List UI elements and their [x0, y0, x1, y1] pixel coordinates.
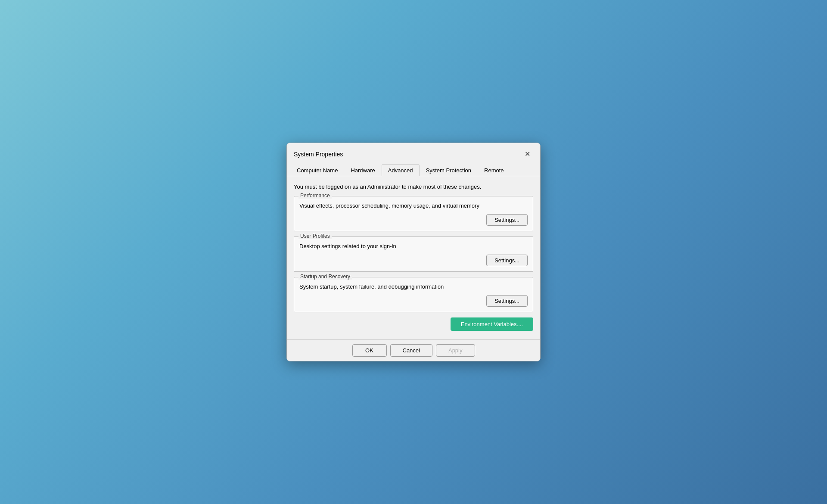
performance-section-title: Performance: [298, 193, 332, 199]
system-properties-dialog: System Properties ✕ Computer Name Hardwa…: [286, 143, 541, 361]
startup-recovery-description: System startup, system failure, and debu…: [299, 283, 528, 290]
title-bar: System Properties ✕: [287, 143, 540, 160]
admin-notice: You must be logged on as an Administrato…: [294, 183, 533, 191]
performance-btn-row: Settings...: [299, 214, 528, 226]
tab-system-protection[interactable]: System Protection: [420, 164, 478, 176]
startup-recovery-section-title: Startup and Recovery: [298, 274, 352, 280]
env-variables-row: Environment Variables....: [294, 317, 533, 331]
tab-content: You must be logged on as an Administrato…: [287, 176, 540, 339]
user-profiles-description: Desktop settings related to your sign-in: [299, 243, 528, 249]
tab-bar: Computer Name Hardware Advanced System P…: [287, 160, 540, 176]
tab-hardware[interactable]: Hardware: [344, 164, 381, 176]
environment-variables-button[interactable]: Environment Variables....: [451, 317, 533, 331]
close-button[interactable]: ✕: [521, 148, 533, 160]
startup-recovery-btn-row: Settings...: [299, 295, 528, 307]
user-profiles-section: User Profiles Desktop settings related t…: [294, 236, 533, 272]
startup-recovery-settings-button[interactable]: Settings...: [486, 295, 528, 307]
performance-settings-button[interactable]: Settings...: [486, 214, 528, 226]
performance-description: Visual effects, processor scheduling, me…: [299, 202, 528, 209]
user-profiles-settings-button[interactable]: Settings...: [486, 255, 528, 266]
tab-advanced[interactable]: Advanced: [382, 164, 420, 176]
apply-button[interactable]: Apply: [436, 344, 475, 357]
tab-computer-name[interactable]: Computer Name: [290, 164, 344, 176]
performance-section: Performance Visual effects, processor sc…: [294, 196, 533, 231]
tab-remote[interactable]: Remote: [478, 164, 510, 176]
startup-recovery-section: Startup and Recovery System startup, sys…: [294, 277, 533, 312]
dialog-footer: OK Cancel Apply: [287, 339, 540, 361]
user-profiles-btn-row: Settings...: [299, 255, 528, 266]
user-profiles-section-title: User Profiles: [298, 233, 332, 239]
cancel-button[interactable]: Cancel: [390, 344, 432, 357]
dialog-title: System Properties: [294, 151, 343, 158]
ok-button[interactable]: OK: [352, 344, 387, 357]
